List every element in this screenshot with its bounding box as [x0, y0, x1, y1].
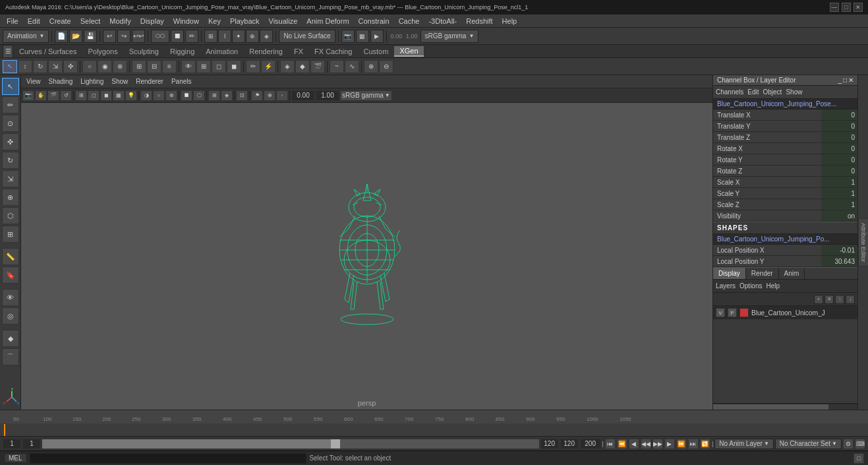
- rigging-btn2[interactable]: ⊖: [379, 60, 393, 73]
- vt-cycle-button[interactable]: ↺: [60, 90, 72, 101]
- color-space-dropdown[interactable]: sRGB gamma ▼: [340, 90, 392, 101]
- maximize-button[interactable]: □: [842, 3, 851, 12]
- attribute-editor-tab[interactable]: Attribute Editor: [858, 218, 868, 267]
- vt-film-button[interactable]: 🎬: [47, 90, 59, 101]
- module-sculpting[interactable]: Sculpting: [124, 47, 164, 56]
- menu-select[interactable]: Select: [76, 16, 105, 26]
- menu-window[interactable]: Window: [169, 16, 203, 26]
- vt-pan-button[interactable]: ✋: [35, 90, 47, 101]
- quick-select-button[interactable]: ⚡: [261, 60, 275, 73]
- vt-xray-button[interactable]: ⊗: [165, 90, 177, 101]
- rotate-tool-button[interactable]: ↻: [33, 60, 47, 73]
- layer-new-button[interactable]: +: [814, 295, 823, 304]
- layer-visibility-toggle[interactable]: V: [716, 308, 725, 317]
- lasso-tool-button[interactable]: 🔲: [171, 30, 184, 43]
- show-manipulator-button[interactable]: ⊞: [132, 60, 146, 73]
- vt-shaded-button[interactable]: ◼: [100, 90, 112, 101]
- snap-grid-button[interactable]: ⊞: [204, 30, 217, 43]
- view-left[interactable]: 👁: [2, 289, 19, 306]
- redo-button[interactable]: ↪: [117, 30, 130, 43]
- view2-left[interactable]: ◎: [2, 307, 19, 325]
- module-rigging[interactable]: Rigging: [165, 47, 200, 56]
- shading-button[interactable]: ◼: [227, 60, 241, 73]
- ch-label-sz[interactable]: Scale Z: [713, 199, 821, 210]
- show-manip-left[interactable]: ⊞: [2, 226, 19, 243]
- undo-button[interactable]: ↩: [103, 30, 116, 43]
- channel-box-expand-icon[interactable]: □: [843, 77, 847, 84]
- mel-command-input[interactable]: [30, 453, 307, 464]
- vt-smooth-button[interactable]: ◻: [88, 90, 100, 101]
- total-frame-input[interactable]: [580, 439, 601, 449]
- vt-subd-button[interactable]: ⬡: [193, 90, 205, 101]
- ch-value-rx[interactable]: 0: [821, 143, 857, 154]
- menu-file[interactable]: File: [3, 16, 22, 26]
- vt-extra3[interactable]: ◦: [276, 90, 288, 101]
- tab-display[interactable]: Display: [713, 268, 746, 279]
- snap-curve-button[interactable]: ⌇: [218, 30, 231, 43]
- snap-view-button[interactable]: ⊕: [246, 30, 259, 43]
- save-scene-button[interactable]: 💾: [84, 30, 97, 43]
- ch-value-rz[interactable]: 0: [821, 166, 857, 176]
- ch-value-tz[interactable]: 0: [821, 132, 857, 142]
- select-tool-button[interactable]: ↖: [3, 60, 17, 73]
- layer-color-swatch[interactable]: [739, 308, 749, 317]
- layers-menu-help[interactable]: Help: [766, 282, 780, 290]
- anim-end-input[interactable]: [560, 439, 579, 449]
- layer-delete-button[interactable]: ✕: [825, 295, 834, 304]
- layers-scrollbar[interactable]: [713, 403, 857, 410]
- ch-value-vis[interactable]: on: [821, 210, 857, 221]
- soft-mod-button[interactable]: ○: [82, 60, 97, 73]
- vp-menu-view[interactable]: View: [24, 78, 43, 85]
- ch-value-ry[interactable]: 0: [821, 154, 857, 165]
- animation-dropdown[interactable]: Animation ▼: [3, 30, 49, 43]
- node-editor-button[interactable]: ◈: [280, 60, 295, 73]
- close-button[interactable]: ✕: [854, 3, 863, 12]
- prev-key-button[interactable]: ⏪: [617, 439, 627, 449]
- wireframe-button[interactable]: ◻: [212, 60, 226, 73]
- timeline-scrub-bar[interactable]: [0, 423, 868, 436]
- layer-down-button[interactable]: ↓: [846, 295, 855, 304]
- ch-label-sy[interactable]: Scale Y: [713, 188, 821, 199]
- scale-tool-button[interactable]: ⇲: [48, 60, 63, 73]
- range-thumb[interactable]: [331, 439, 340, 449]
- module-animation[interactable]: Animation: [200, 47, 243, 56]
- measure-left[interactable]: 📏: [2, 248, 19, 265]
- vt-extra2[interactable]: ⊕: [264, 90, 275, 101]
- menu-anim-deform[interactable]: Anim Deform: [303, 16, 353, 26]
- soft-mod-left[interactable]: ⬡: [2, 207, 19, 224]
- vt-camera-button[interactable]: 📷: [22, 90, 34, 101]
- cb-menu-edit[interactable]: Edit: [747, 88, 759, 96]
- annotation-left[interactable]: 🔖: [2, 266, 19, 284]
- menu-cache[interactable]: Cache: [395, 16, 424, 26]
- scroll-thumb[interactable]: [713, 404, 828, 410]
- module-fxcaching[interactable]: FX Caching: [309, 47, 357, 56]
- scroll-track[interactable]: [713, 404, 857, 410]
- lasso-left[interactable]: ⊙: [2, 115, 19, 132]
- show-manipulator2-button[interactable]: ⊟: [147, 60, 161, 73]
- minimize-button[interactable]: —: [830, 3, 839, 12]
- ch-label-tz[interactable]: Translate Z: [713, 132, 821, 142]
- local-pos-y-value[interactable]: 30.643: [821, 256, 857, 266]
- menu-visualize[interactable]: Visualize: [265, 16, 302, 26]
- timeline-range[interactable]: [42, 439, 539, 449]
- module-custom[interactable]: Custom: [359, 47, 394, 56]
- keyframe-button[interactable]: ⌨: [855, 439, 865, 449]
- module-rendering[interactable]: Rendering: [244, 47, 288, 56]
- skip-start-button[interactable]: ⏮: [605, 439, 616, 449]
- rotate-left[interactable]: ↻: [2, 152, 19, 169]
- local-pos-y-label[interactable]: Local Position Y: [713, 256, 821, 266]
- cb-menu-object[interactable]: Object: [763, 88, 782, 96]
- fx-brush-button[interactable]: ~: [330, 60, 344, 73]
- grid-button[interactable]: ⊞: [196, 60, 211, 73]
- module-xgen[interactable]: XGen: [394, 46, 423, 57]
- timeline-ruler[interactable]: 50 100 150 200 250 300 350 400 450 500 5…: [0, 410, 868, 423]
- menu-redshift[interactable]: Redshift: [462, 16, 496, 26]
- render-button[interactable]: ▶: [370, 30, 384, 43]
- ch-value-ty[interactable]: 0: [821, 121, 857, 131]
- universal-manip-button[interactable]: ✜: [63, 60, 78, 73]
- module-fx[interactable]: FX: [289, 47, 308, 56]
- scale-left[interactable]: ⇲: [2, 170, 19, 187]
- vt-hud-button[interactable]: ◈: [221, 90, 233, 101]
- vt-ambient-button[interactable]: ○: [153, 90, 165, 101]
- vt-texture-button[interactable]: ▦: [113, 90, 125, 101]
